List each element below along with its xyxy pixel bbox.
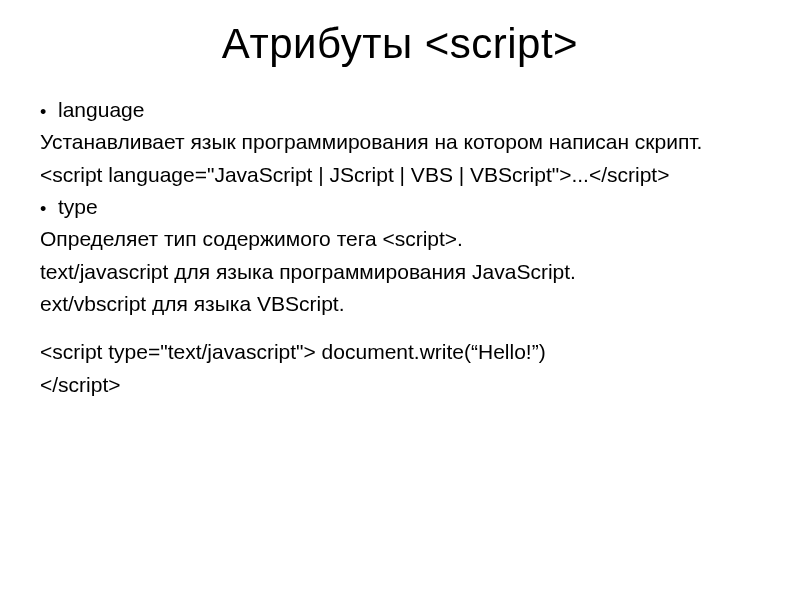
code-text: <script language="JavaScript | JScript |… (40, 161, 760, 189)
body-text: text/javascript для языка программирован… (40, 258, 760, 286)
body-text: ext/vbscript для языка VBScript. (40, 290, 760, 318)
spacer (40, 322, 760, 338)
bullet-dot-icon (40, 193, 58, 221)
bullet-text: type (58, 193, 760, 221)
code-text: <script type="text/javascript"> document… (40, 338, 760, 366)
slide-title: Атрибуты <script> (40, 20, 760, 68)
slide-content: language Устанавливает язык программиров… (40, 96, 760, 399)
bullet-item: type (40, 193, 760, 221)
code-text: </script> (40, 371, 760, 399)
bullet-text: language (58, 96, 760, 124)
body-text: Устанавливает язык программирования на к… (40, 128, 760, 156)
bullet-item: language (40, 96, 760, 124)
slide: Атрибуты <script> language Устанавливает… (0, 0, 800, 600)
body-text: Определяет тип содержимого тега <script>… (40, 225, 760, 253)
bullet-dot-icon (40, 96, 58, 124)
